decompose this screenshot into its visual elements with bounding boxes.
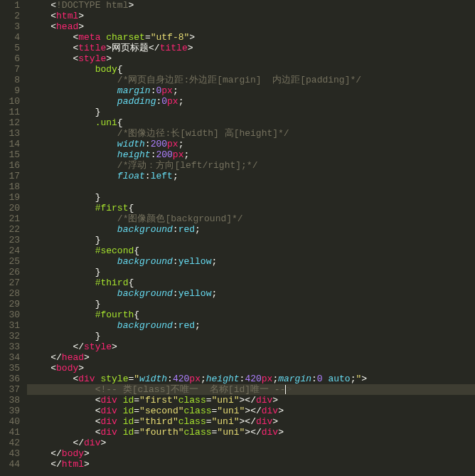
code-line[interactable]: width:200px;: [27, 139, 475, 149]
code-line[interactable]: #third{: [27, 277, 475, 288]
line-number-gutter: 1234567891011121314151617181920212223242…: [0, 0, 27, 476]
code-line[interactable]: <head>: [27, 21, 475, 32]
token-unit: px: [167, 96, 178, 107]
token-pun: </: [73, 342, 84, 352]
token-str: "uni": [217, 427, 245, 438]
token-str: "uni": [212, 416, 240, 427]
code-line[interactable]: float:left;: [27, 171, 475, 181]
token-pun: ;: [195, 224, 201, 235]
code-line[interactable]: <body>: [27, 363, 475, 374]
code-line[interactable]: background:yellow;: [27, 256, 475, 267]
token-str: ": [134, 374, 139, 384]
code-line[interactable]: }: [27, 267, 475, 277]
code-line[interactable]: </body>: [27, 448, 475, 459]
code-line[interactable]: .uni{: [27, 117, 475, 128]
code-line[interactable]: }: [27, 107, 475, 117]
line-number: 2: [0, 11, 20, 21]
token-pun: [117, 427, 123, 438]
code-line[interactable]: <!DOCTYPE html>: [27, 0, 475, 11]
token-val: red: [178, 320, 195, 331]
code-line[interactable]: body{: [27, 64, 475, 75]
line-number: 36: [0, 374, 20, 384]
token-pun: {: [134, 310, 139, 320]
line-number: 19: [0, 192, 20, 203]
code-line[interactable]: background:yellow;: [27, 288, 475, 299]
code-line[interactable]: <title>网页标题</title>: [27, 43, 475, 53]
line-number: 22: [0, 224, 20, 235]
token-pun: </: [50, 448, 62, 459]
code-line[interactable]: <div id="first"class="uni"></div>: [27, 395, 475, 406]
token-pun: :: [167, 374, 173, 384]
token-prop: margin: [117, 85, 151, 96]
token-attr: id: [123, 416, 134, 427]
code-line[interactable]: #first{: [27, 203, 475, 213]
code-line[interactable]: <style>: [27, 53, 475, 64]
token-prop: height: [117, 149, 151, 160]
code-line[interactable]: <div style="width:420px;height:420px;mar…: [27, 374, 475, 384]
token-tag: body: [56, 363, 78, 374]
token-tag: div: [256, 395, 272, 406]
line-number: 28: [0, 288, 20, 299]
line-number: 20: [0, 203, 20, 213]
code-line[interactable]: }: [27, 299, 475, 310]
code-line[interactable]: padding:0px;: [27, 96, 475, 107]
code-line[interactable]: [27, 181, 475, 192]
code-line[interactable]: </html>: [27, 459, 475, 470]
token-tag: style: [84, 342, 112, 352]
line-number: 14: [0, 139, 20, 149]
code-area[interactable]: <!DOCTYPE html> <html> <head> <meta char…: [27, 0, 475, 476]
code-line[interactable]: /*网页自身边距:外边距[margin] 内边距[padding]*/: [27, 75, 475, 85]
token-pun: :: [145, 139, 151, 149]
token-pun: [117, 395, 123, 406]
token-prop: background: [117, 256, 173, 267]
token-tag: div: [100, 406, 117, 416]
code-line[interactable]: <div id="second"class="uni"></div>: [27, 406, 475, 416]
token-attr: id: [123, 395, 134, 406]
code-line[interactable]: background:red;: [27, 320, 475, 331]
code-line[interactable]: <div id="third"class="uni"></div>: [27, 416, 475, 427]
code-line[interactable]: /*图像颜色[background]*/: [27, 213, 475, 224]
token-pun: :: [311, 374, 317, 384]
code-line[interactable]: margin:0px;: [27, 85, 475, 96]
line-number: 23: [0, 235, 20, 245]
token-tag: div: [100, 427, 117, 438]
code-line[interactable]: /*图像边径:长[width] 高[height]*/: [27, 128, 475, 139]
code-editor[interactable]: 1234567891011121314151617181920212223242…: [0, 0, 475, 476]
line-number: 5: [0, 43, 20, 53]
token-pun: {: [117, 117, 123, 128]
code-line[interactable]: <!-- 类[class]不唯一 名称[id]唯一 -->: [27, 384, 475, 395]
line-number: 31: [0, 320, 20, 331]
code-line[interactable]: /*浮动：方向[left/right];*/: [27, 160, 475, 171]
token-pun: >: [84, 459, 90, 470]
token-pun: >: [361, 374, 367, 384]
code-line[interactable]: background:red;: [27, 224, 475, 235]
token-num: 420: [245, 374, 261, 384]
token-tag: meta: [78, 32, 100, 43]
code-line[interactable]: height:200px;: [27, 149, 475, 160]
token-val: yellow: [178, 256, 212, 267]
code-line[interactable]: <div id="fourth"class="uni"></div>: [27, 427, 475, 438]
code-line[interactable]: <meta charset="utf-8">: [27, 32, 475, 43]
token-sel: #fourth: [95, 310, 134, 320]
token-pun: :: [173, 256, 178, 267]
token-num: 200: [151, 139, 167, 149]
code-line[interactable]: }: [27, 192, 475, 203]
token-unit: px: [161, 85, 173, 96]
code-line[interactable]: </style>: [27, 342, 475, 352]
code-line[interactable]: <html>: [27, 11, 475, 21]
token-pun: >: [112, 342, 117, 352]
token-unit: px: [262, 374, 273, 384]
line-number: 21: [0, 213, 20, 224]
line-number: 11: [0, 107, 20, 117]
token-pun: :: [173, 224, 178, 235]
code-line[interactable]: }: [27, 235, 475, 245]
token-pun: {: [117, 64, 123, 75]
line-number: 44: [0, 459, 20, 470]
code-line[interactable]: </div>: [27, 438, 475, 448]
token-pun: >: [278, 427, 284, 438]
code-line[interactable]: </head>: [27, 352, 475, 363]
code-line[interactable]: }: [27, 331, 475, 342]
code-line[interactable]: #second{: [27, 245, 475, 256]
code-line[interactable]: #fourth{: [27, 310, 475, 320]
line-number: 6: [0, 53, 20, 64]
